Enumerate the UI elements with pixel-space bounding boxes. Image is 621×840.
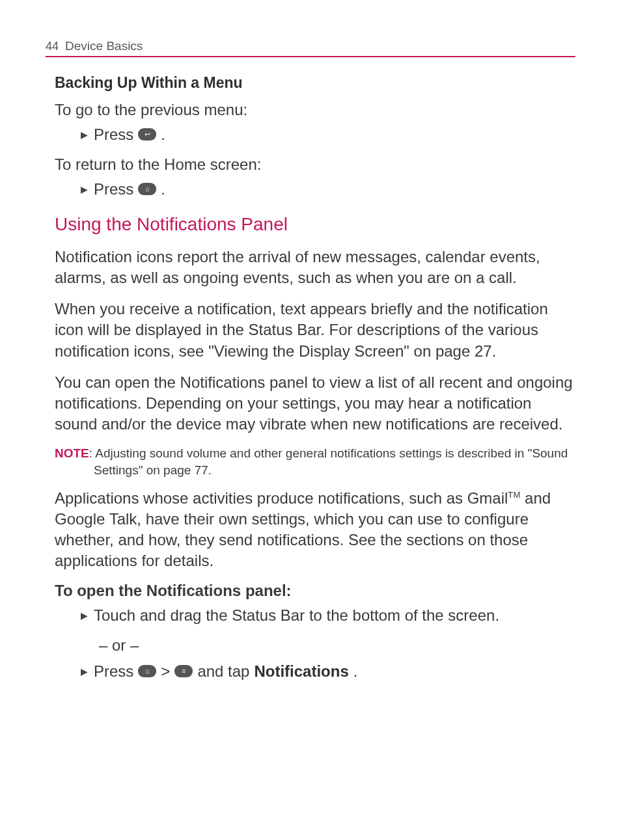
instruction-home-screen: To return to the Home screen:	[55, 156, 575, 174]
bullet-press-home: ▶ Press .	[81, 178, 575, 201]
period: .	[353, 660, 358, 683]
manual-page: 44 Device Basics Backing Up Within a Men…	[0, 0, 621, 731]
period: .	[161, 123, 165, 146]
period: .	[161, 178, 165, 201]
home-button-icon	[138, 183, 156, 195]
press-label: Press	[94, 178, 133, 201]
note-text: : Adjusting sound volume and other gener…	[89, 446, 568, 477]
bullet-press-back: ▶ Press .	[81, 123, 575, 146]
page-number: 44	[46, 40, 59, 53]
notifications-bold: Notifications	[254, 660, 348, 683]
text-pre: Applications whose activities produce no…	[55, 489, 508, 507]
back-button-icon	[138, 128, 156, 141]
triangle-bullet-icon: ▶	[81, 183, 88, 196]
section-title: Device Basics	[65, 39, 143, 53]
paragraph: When you receive a notification, text ap…	[55, 299, 575, 361]
bullet-text: Touch and drag the Status Bar to the bot…	[94, 604, 499, 627]
press-label: Press	[94, 660, 133, 683]
open-panel-title: To open the Notifications panel:	[55, 582, 575, 600]
paragraph: You can open the Notifications panel to …	[55, 372, 575, 435]
page-content: Backing Up Within a Menu To go to the pr…	[46, 74, 575, 683]
note-label: NOTE	[55, 446, 89, 460]
instruction-prev-menu: To go to the previous menu:	[55, 101, 575, 119]
home-button-icon	[138, 665, 156, 677]
press-label: Press	[94, 123, 133, 146]
note-block: NOTE: Adjusting sound volume and other g…	[55, 445, 575, 478]
trademark-superscript: TM	[508, 490, 520, 500]
bullet-drag-status-bar: ▶ Touch and drag the Status Bar to the b…	[81, 604, 575, 627]
section-heading: Using the Notifications Panel	[55, 214, 575, 235]
bullet-press-notifications: ▶ Press > and tap Notifications.	[81, 660, 575, 683]
separator: >	[161, 660, 170, 683]
subsection-title: Backing Up Within a Menu	[55, 74, 575, 92]
menu-button-icon	[174, 665, 193, 677]
triangle-bullet-icon: ▶	[81, 609, 88, 623]
triangle-bullet-icon: ▶	[81, 665, 88, 679]
paragraph: Notification icons report the arrival of…	[55, 247, 575, 288]
page-header: 44 Device Basics	[46, 39, 575, 57]
triangle-bullet-icon: ▶	[81, 128, 88, 142]
paragraph: Applications whose activities produce no…	[55, 488, 575, 572]
mid-text: and tap	[197, 660, 249, 683]
or-separator: – or –	[99, 636, 575, 655]
